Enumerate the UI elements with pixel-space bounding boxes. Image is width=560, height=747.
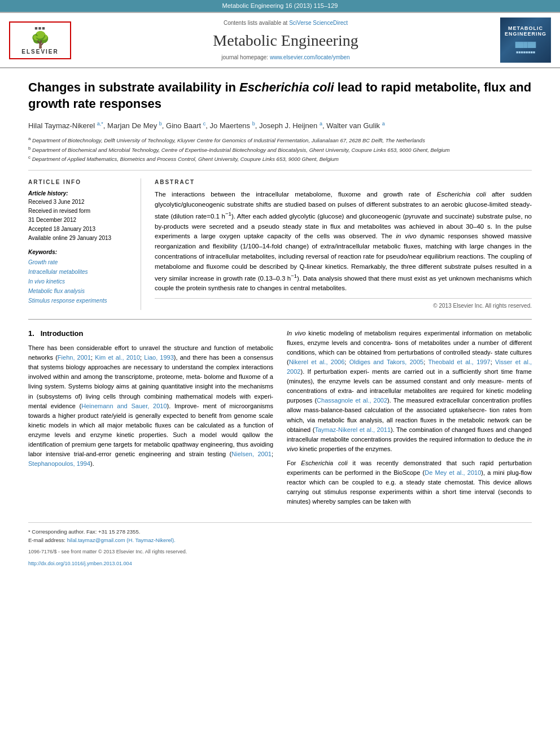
keyword-3: In vivo kinetics — [28, 277, 132, 286]
history-label: Article history: — [28, 190, 132, 198]
article-info-col: ARTICLE INFO Article history: Received 3… — [28, 178, 141, 310]
logo-tree-icon: 🌳 — [30, 32, 50, 48]
keyword-2: Intracellular metabolites — [28, 267, 132, 277]
homepage-url[interactable]: www.elsevier.com/locate/ymben — [270, 54, 350, 60]
doi-line: http://dx.doi.org/10.1016/j.ymben.2013.0… — [28, 560, 532, 567]
body-right-col: In vivo kinetic modeling of metabolism r… — [287, 329, 532, 511]
keywords-block: Keywords: Growth rate Intracellular meta… — [28, 248, 132, 305]
ref-theobald[interactable]: Theobald et al., 1997 — [428, 359, 490, 365]
article-title: Changes in substrate availability in Esc… — [28, 80, 532, 112]
abstract-header: ABSTRACT — [155, 178, 532, 186]
info-abstract-section: ARTICLE INFO Article history: Received 3… — [28, 178, 532, 310]
ref-demey[interactable]: De Mey et al., 2010 — [425, 469, 481, 476]
intro-paragraph-3: For Escherichia coli it was recently dem… — [287, 458, 532, 506]
ref-heinemann[interactable]: Heinemann and Sauer, 2010 — [81, 403, 167, 409]
journal-homepage-line: journal homepage: www.elsevier.com/locat… — [71, 54, 500, 62]
intro-paragraph-2: In vivo kinetic modeling of metabolism r… — [287, 329, 532, 454]
doi-link[interactable]: http://dx.doi.org/10.1016/j.ymben.2013.0… — [28, 561, 132, 566]
keyword-1: Growth rate — [28, 257, 132, 267]
cover-detail: ■■■■■■■■ — [516, 50, 535, 55]
main-content: Changes in substrate availability in Esc… — [0, 68, 560, 579]
email-note: E-mail address: hilal.taymaz@gmail.com (… — [28, 536, 532, 544]
introduction-title: 1. Introduction — [28, 329, 273, 339]
elsevier-logo: ■■■ 🌳 ELSEVIER — [9, 21, 71, 59]
journal-header: ■■■ 🌳 ELSEVIER Contents lists available … — [0, 12, 560, 68]
affiliation-c: c Department of Applied Mathematics, Bio… — [28, 154, 532, 163]
journal-cover-thumbnail: METABOLICENGINEERING ▓▓▓▓▓ ■■■■■■■■ — [500, 18, 551, 63]
journal-title: Metabolic Engineering — [71, 29, 500, 51]
ref-kim[interactable]: Kim et al., 2010 — [95, 354, 140, 361]
copyright-line: © 2013 Elsevier Inc. All rights reserved… — [155, 298, 532, 310]
affiliation-a: a Department of Biotechnology, Delft Uni… — [28, 136, 532, 145]
abstract-col: ABSTRACT The interactions between the in… — [155, 178, 532, 310]
ref-stephanopoulos[interactable]: Stephanopoulos, 1994 — [28, 460, 90, 467]
issn-line: 1096-7176/$ - see front matter © 2013 El… — [28, 548, 532, 556]
journal-center: Contents lists available at SciVerse Sci… — [71, 19, 500, 62]
body-section: 1. Introduction There has been considera… — [28, 329, 532, 511]
keyword-4: Metabolic flux analysis — [28, 286, 132, 296]
journal-citation-text: Metabolic Engineering 16 (2013) 115–129 — [222, 2, 338, 9]
ref-fiehn[interactable]: Fiehn, 2001 — [58, 354, 91, 361]
elsevier-name: ELSEVIER — [21, 48, 58, 56]
intro-paragraph-1: There has been considerable effort to un… — [28, 343, 273, 469]
affiliations-block: a Department of Biotechnology, Delft Uni… — [28, 136, 532, 171]
corresponding-note: * Corresponding author. Fax: +31 15 278 … — [28, 527, 532, 536]
ref-nielsen[interactable]: Nielsen, 2001 — [231, 451, 272, 457]
article-title-italic: Escherichia coli — [239, 80, 334, 94]
footnote-block: * Corresponding author. Fax: +31 15 278 … — [28, 522, 532, 567]
email-link[interactable]: hilal.taymaz@gmail.com (H. Taymaz-Nikere… — [67, 537, 176, 543]
keywords-label: Keywords: — [28, 248, 132, 256]
article-info-header: ARTICLE INFO — [28, 178, 132, 186]
ref-liao[interactable]: Liao, 1993 — [144, 354, 174, 361]
keywords-list: Growth rate Intracellular metabolites In… — [28, 257, 132, 305]
journal-citation-bar: Metabolic Engineering 16 (2013) 115–129 — [0, 0, 560, 12]
abstract-text: The interactions between the intracellul… — [155, 190, 532, 294]
cover-decoration: ▓▓▓▓▓ — [515, 41, 536, 49]
body-left-col: 1. Introduction There has been considera… — [28, 329, 273, 511]
sciverse-link[interactable]: SciVerse ScienceDirect — [289, 20, 348, 26]
ref-taymaz[interactable]: Taymaz-Nikerel et al., 2011 — [314, 426, 391, 433]
content-available-line: Contents lists available at SciVerse Sci… — [71, 19, 500, 27]
cover-title-text: METABOLICENGINEERING — [505, 25, 546, 38]
keyword-5: Stimulus response experiments — [28, 296, 132, 305]
section-divider — [28, 319, 532, 320]
ref-nikerel[interactable]: Nikerel et al., 2006 — [289, 359, 345, 365]
ref-chassagnole[interactable]: Chassagnole et al., 2002 — [317, 397, 387, 404]
ref-oldiges[interactable]: Oldiges and Takors, 2005 — [349, 359, 423, 365]
authors-line: Hilal Taymaz-Nikerel a,*, Marjan De Mey … — [28, 120, 532, 132]
history-block: Article history: Received 3 June 2012 Re… — [28, 190, 132, 243]
date-received: Received 3 June 2012 Received in revised… — [28, 198, 132, 243]
affiliation-b: b Department of Biochemical and Microbia… — [28, 145, 532, 154]
